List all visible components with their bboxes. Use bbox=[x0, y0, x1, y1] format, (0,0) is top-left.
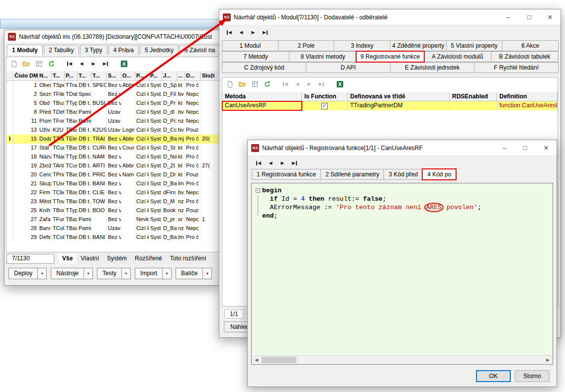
table-row[interactable]: 11PísmTForTBasPamiUzavCizí kSystD_Pi:nzN… bbox=[6, 117, 219, 126]
cell[interactable] bbox=[201, 144, 219, 153]
cell[interactable]: Syst bbox=[149, 179, 162, 188]
cell[interactable]: Cizí k bbox=[135, 161, 149, 170]
cell[interactable]: Syst bbox=[149, 126, 162, 135]
tab[interactable]: E Závislosti jednotek bbox=[390, 62, 474, 73]
maximize-button[interactable]: □ bbox=[519, 9, 540, 25]
cell[interactable]: Abbr bbox=[121, 161, 135, 170]
titlebar[interactable]: K2 Návrhář objektů - Registrovaná funkce… bbox=[248, 140, 557, 156]
rds-cell[interactable] bbox=[450, 101, 497, 110]
excel-export-icon[interactable] bbox=[335, 79, 345, 89]
cell[interactable] bbox=[201, 188, 219, 197]
is-function-cell[interactable]: ✓ bbox=[302, 101, 348, 110]
nav-last-button[interactable]: ▶ bbox=[316, 79, 327, 88]
cell[interactable]: D_Na bbox=[162, 153, 177, 161]
cell[interactable]: TFur bbox=[52, 215, 65, 224]
cell[interactable] bbox=[92, 215, 107, 224]
nav-next-button[interactable]: ▶ bbox=[248, 28, 259, 37]
cell[interactable]: 1 bbox=[201, 215, 219, 224]
cell[interactable]: Bez v bbox=[107, 81, 121, 90]
cell[interactable]: Cizí k bbox=[135, 144, 149, 153]
refresh-icon[interactable] bbox=[46, 59, 56, 69]
cell[interactable]: DB t. bbox=[78, 188, 92, 197]
cell[interactable]: D_Sp bbox=[162, 81, 177, 90]
cell[interactable]: Uzav bbox=[107, 108, 121, 117]
cell[interactable]: Syst bbox=[149, 144, 162, 153]
cell[interactable]: Pami bbox=[78, 215, 92, 224]
cell[interactable]: Sezn bbox=[38, 90, 52, 99]
cell[interactable]: Bez v bbox=[107, 153, 121, 161]
cell[interactable]: TBus bbox=[52, 99, 65, 108]
tab[interactable]: 6 Závislí na bbox=[180, 45, 220, 55]
cell[interactable]: PRIC bbox=[92, 170, 107, 179]
scrollbar-thumb[interactable] bbox=[262, 357, 296, 363]
cell[interactable] bbox=[121, 188, 135, 197]
cell[interactable]: Bez v bbox=[107, 188, 121, 197]
cell[interactable]: TPric bbox=[52, 170, 65, 179]
column-header[interactable]: T... bbox=[78, 71, 92, 81]
cell[interactable] bbox=[121, 206, 135, 215]
nav-last-button[interactable]: ▶ bbox=[289, 158, 300, 167]
tab[interactable]: 5 Jednotky bbox=[140, 45, 179, 55]
cell[interactable]: TTyp bbox=[65, 153, 78, 161]
cell[interactable]: Pouz bbox=[185, 126, 201, 135]
cell[interactable]: bv bbox=[177, 90, 185, 99]
cell[interactable]: Syst bbox=[149, 99, 162, 108]
cell[interactable]: TBas bbox=[65, 117, 78, 126]
cell[interactable]: bv bbox=[177, 108, 185, 117]
cell[interactable]: Cizí k bbox=[135, 117, 149, 126]
cell[interactable]: Pouz bbox=[185, 206, 201, 215]
cell[interactable]: Cizí k bbox=[135, 224, 149, 233]
cell[interactable]: 23 bbox=[13, 197, 38, 206]
cell[interactable] bbox=[121, 197, 135, 206]
cell[interactable] bbox=[201, 108, 219, 117]
cell[interactable]: Cizí k bbox=[135, 179, 149, 188]
table-row[interactable]: 29DefirTColTBarDB t.BANIBez vCizí kSystD… bbox=[6, 233, 219, 242]
cell[interactable]: TFor bbox=[52, 117, 65, 126]
cell[interactable]: Bez v bbox=[107, 135, 121, 144]
cell[interactable]: Defir bbox=[38, 233, 52, 242]
tab[interactable]: 4 Kód po bbox=[422, 169, 456, 180]
cell[interactable]: 28 bbox=[13, 224, 38, 233]
cell[interactable] bbox=[121, 108, 135, 117]
cell[interactable]: Bez v bbox=[107, 206, 121, 215]
titlebar[interactable]: K2 Návrhář objektů - Modul[7/1130] - Dod… bbox=[219, 9, 561, 25]
cell[interactable]: TBar bbox=[65, 233, 78, 242]
cell[interactable]: Cizí k bbox=[135, 135, 149, 144]
cell[interactable]: K2US bbox=[92, 126, 107, 135]
cell[interactable]: Cenc bbox=[38, 170, 52, 179]
cell[interactable] bbox=[92, 90, 107, 99]
cell[interactable]: D_Pi: bbox=[162, 117, 177, 126]
cell[interactable]: Zbož bbox=[38, 161, 52, 170]
cell[interactable]: 8 bbox=[13, 108, 38, 117]
cell[interactable]: 20( bbox=[201, 135, 219, 144]
cell[interactable]: Pami bbox=[78, 224, 92, 233]
tab[interactable]: 5 Vlastní property bbox=[446, 40, 503, 51]
cell[interactable]: NAM bbox=[92, 153, 107, 161]
refresh-icon[interactable] bbox=[262, 79, 272, 89]
cell[interactable] bbox=[121, 233, 135, 242]
cell[interactable]: Syst bbox=[149, 153, 162, 161]
tab[interactable]: 2 Sdílené parametry bbox=[320, 169, 384, 180]
cell[interactable]: Bez v bbox=[107, 215, 121, 224]
cell[interactable]: TTyp bbox=[65, 99, 78, 108]
column-header[interactable]: O... bbox=[121, 71, 135, 81]
cell[interactable]: Syst bbox=[149, 215, 162, 224]
minimize-button[interactable]: – bbox=[494, 140, 515, 156]
tab[interactable]: 1 Modul bbox=[222, 40, 279, 51]
filter-tab[interactable]: Vše bbox=[57, 254, 78, 264]
cell[interactable]: Nepc bbox=[185, 108, 201, 117]
dropdown-caret-icon[interactable]: ▼ bbox=[202, 268, 211, 279]
cell[interactable]: nz bbox=[177, 206, 185, 215]
filter-tab[interactable]: Vlastní bbox=[76, 254, 104, 264]
dropdown-caret-icon[interactable]: ▼ bbox=[84, 268, 93, 279]
cell[interactable]: nz bbox=[177, 197, 185, 206]
table-row[interactable]: 18NázvTNarTTypDB t.NAMBez vCizí kSystD_N… bbox=[6, 153, 219, 161]
cell[interactable]: Syst bbox=[149, 224, 162, 233]
definovana-cell[interactable]: TTradingPartnerDM bbox=[348, 101, 450, 110]
tab[interactable]: 4 Zděděné property bbox=[390, 40, 447, 51]
cell[interactable]: Syst bbox=[149, 135, 162, 144]
cell[interactable]: Barv bbox=[38, 224, 52, 233]
column-header[interactable]: Definovaná ve třídě bbox=[348, 92, 450, 101]
cell[interactable]: DB t. bbox=[78, 126, 92, 135]
cell[interactable]: Nevk bbox=[135, 215, 149, 224]
